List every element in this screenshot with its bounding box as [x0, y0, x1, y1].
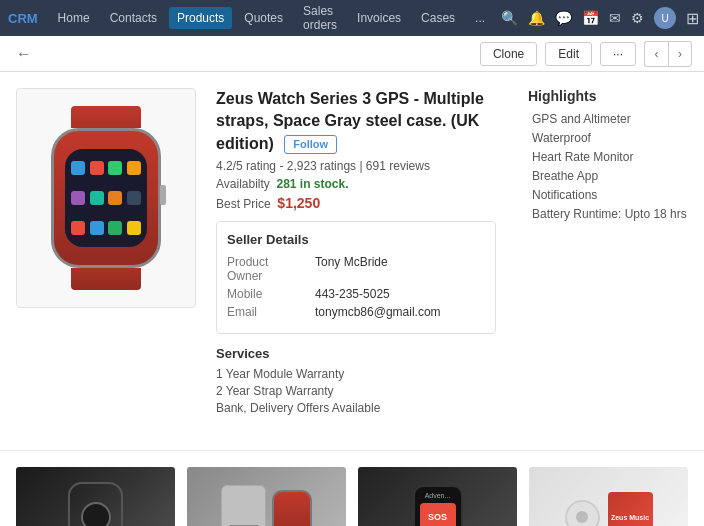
seller-mobile-row: Mobile 443-235-5025	[227, 287, 485, 301]
main-content: Zeus Watch Series 3 GPS - Multiple strap…	[0, 72, 704, 450]
back-button[interactable]: ←	[12, 41, 36, 67]
services-title: Services	[216, 346, 508, 361]
availability-line: Availabilty 281 in stock.	[216, 177, 508, 191]
gallery-item-2: Make payments with NFC Series 3 brings N…	[187, 467, 346, 526]
price-value: $1,250	[277, 195, 320, 211]
highlight-5: Notifications	[528, 188, 688, 202]
nav-home[interactable]: Home	[50, 7, 98, 29]
nav-cases[interactable]: Cases	[413, 7, 463, 29]
mail-icon[interactable]: ✉	[609, 10, 621, 26]
service-item-1: 1 Year Module Warranty	[216, 367, 508, 381]
chat-icon[interactable]: 💬	[555, 10, 572, 26]
grid-icon[interactable]: ⊞	[686, 9, 699, 28]
calendar-icon[interactable]: 📅	[582, 10, 599, 26]
highlight-6: Battery Runtime: Upto 18 hrs	[528, 207, 688, 221]
highlights-title: Highlights	[528, 88, 688, 104]
price-line: Best Price $1,250	[216, 195, 508, 211]
bell-icon[interactable]: 🔔	[528, 10, 545, 26]
nav-arrow-group: ‹ ›	[644, 41, 692, 67]
product-title: Zeus Watch Series 3 GPS - Multiple strap…	[216, 88, 508, 155]
nav-products[interactable]: Products	[169, 7, 232, 29]
highlight-2: Waterproof	[528, 131, 688, 145]
nav-sales-orders[interactable]: Sales orders	[295, 0, 345, 36]
gallery-image-1	[16, 467, 175, 526]
seller-email-row: Email tonymcb86@gmail.com	[227, 305, 485, 319]
best-price-label: Best Price	[216, 197, 271, 211]
highlight-4: Breathe App	[528, 169, 688, 183]
secondary-nav: ← Clone Edit ··· ‹ ›	[0, 36, 704, 72]
gallery-section: Power for the whole day Zeus Watch Serie…	[0, 450, 704, 526]
highlight-3: Heart Rate Monitor	[528, 150, 688, 164]
gear-icon[interactable]: ⚙	[631, 10, 644, 26]
gallery-item-3: Adven... SOS Your emergency assistant Bu…	[358, 467, 517, 526]
nav-contacts[interactable]: Contacts	[102, 7, 165, 29]
availability-count: 281 in stock.	[276, 177, 348, 191]
seller-owner-label: Product Owner	[227, 255, 307, 283]
seller-details-box: Seller Details Product Owner Tony McBrid…	[216, 221, 496, 334]
prev-arrow[interactable]: ‹	[644, 41, 668, 67]
gallery-image-2	[187, 467, 346, 526]
highlights-col: Highlights GPS and Altimeter Waterproof …	[528, 88, 688, 418]
availability-label: Availabilty	[216, 177, 270, 191]
services-section: Services 1 Year Module Warranty 2 Year S…	[216, 346, 508, 415]
search-icon[interactable]: 🔍	[501, 10, 518, 26]
seller-owner-value: Tony McBride	[315, 255, 388, 283]
seller-email-label: Email	[227, 305, 307, 319]
seller-mobile-value: 443-235-5025	[315, 287, 390, 301]
service-item-2: 2 Year Strap Warranty	[216, 384, 508, 398]
seller-email-value: tonymcb86@gmail.com	[315, 305, 441, 319]
follow-button[interactable]: Follow	[284, 135, 337, 154]
highlight-1: GPS and Altimeter	[528, 112, 688, 126]
nav-more[interactable]: ...	[467, 7, 493, 29]
product-area: Zeus Watch Series 3 GPS - Multiple strap…	[16, 88, 688, 434]
seller-owner-row: Product Owner Tony McBride	[227, 255, 485, 283]
gallery-item-1: Power for the whole day Zeus Watch Serie…	[16, 467, 175, 526]
gallery-image-4: Zeus Music	[529, 467, 688, 526]
clone-button[interactable]: Clone	[480, 42, 537, 66]
service-item-3: Bank, Delivery Offers Available	[216, 401, 508, 415]
product-info: Zeus Watch Series 3 GPS - Multiple strap…	[216, 88, 508, 418]
nav-invoices[interactable]: Invoices	[349, 7, 409, 29]
gallery-image-3: Adven... SOS	[358, 467, 517, 526]
edit-button[interactable]: Edit	[545, 42, 592, 66]
product-image-box	[16, 88, 196, 308]
seller-title: Seller Details	[227, 232, 485, 247]
user-avatar[interactable]: U	[654, 7, 676, 29]
nav-quotes[interactable]: Quotes	[236, 7, 291, 29]
seller-mobile-label: Mobile	[227, 287, 307, 301]
crm-logo: CRM	[8, 11, 38, 26]
gallery-item-4: Zeus Music Change track from the wrist Z…	[529, 467, 688, 526]
product-image-col	[16, 88, 196, 418]
rating-line: 4.2/5 rating - 2,923 ratings | 691 revie…	[216, 159, 508, 173]
next-arrow[interactable]: ›	[668, 41, 692, 67]
top-nav: CRM Home Contacts Products Quotes Sales …	[0, 0, 704, 36]
topnav-icons: 🔍 🔔 💬 📅 ✉ ⚙ U ⊞	[501, 7, 699, 29]
more-button[interactable]: ···	[600, 42, 636, 66]
